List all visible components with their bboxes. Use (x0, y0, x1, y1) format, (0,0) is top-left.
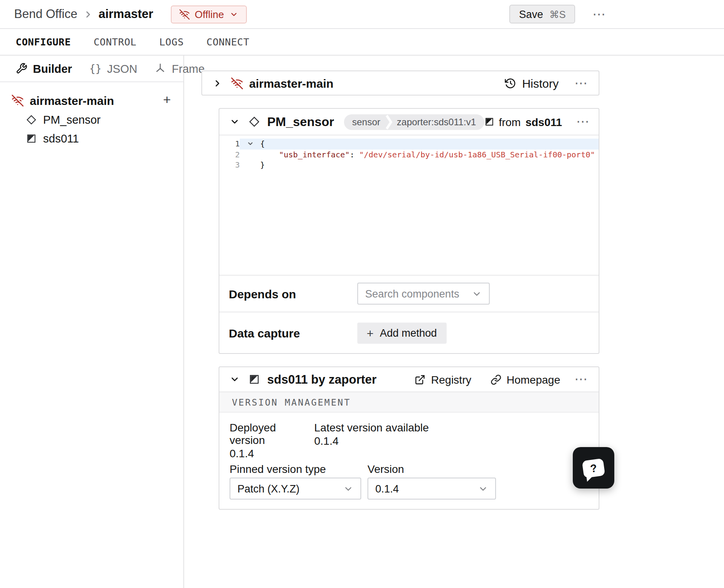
config-sidebar: Builder {} JSON Frame (0, 56, 184, 588)
depends-on-label: Depends on (229, 287, 357, 300)
code-text: "usb_interface": "/dev/serial/by-id/usb-… (260, 149, 595, 160)
version-label: Version (367, 463, 496, 475)
depends-on-select[interactable]: Search components (357, 283, 490, 305)
status-label: Offline (195, 8, 224, 20)
attributes-code-editor[interactable]: 1 { 2 "usb_interface": "/dev/serial/b (219, 135, 599, 275)
tree-item-pm-sensor[interactable]: PM_sensor (0, 110, 183, 129)
line-number: 3 (219, 160, 240, 170)
primary-tabbar: CONFIGURE CONTROL LOGS CONNECT (0, 29, 724, 56)
link-icon (490, 374, 501, 385)
type-badge: sensor (344, 116, 386, 127)
model-badge: zaporter:sds011:v1 (393, 116, 484, 127)
tab-connect[interactable]: CONNECT (206, 36, 250, 48)
app-window: Bend Office airmaster Offline Save ⌘S ⋯ … (0, 0, 724, 588)
chevron-right-icon (83, 9, 93, 19)
mode-json-label: JSON (107, 62, 137, 75)
component-type-badges: sensor zaporter:sds011:v1 (344, 114, 484, 130)
tree-item-sds011[interactable]: sds011 (0, 129, 183, 148)
registry-link[interactable]: Registry (414, 373, 471, 386)
plus-icon: + (367, 326, 374, 339)
homepage-link[interactable]: Homepage (490, 373, 560, 386)
mode-builder[interactable]: Builder (16, 62, 72, 75)
tab-configure[interactable]: CONFIGURE (16, 36, 71, 48)
module-icon (26, 133, 37, 144)
module-icon (484, 117, 494, 127)
registry-label: Registry (431, 373, 471, 386)
breadcrumb: Bend Office airmaster (14, 7, 153, 21)
save-button[interactable]: Save ⌘S (510, 5, 575, 23)
mode-builder-label: Builder (33, 62, 72, 75)
config-main-pane: airmaster-main History ⋯ (184, 56, 724, 588)
history-button[interactable]: History (505, 76, 559, 90)
breadcrumb-machine: airmaster (98, 7, 153, 21)
chevron-down-icon (343, 483, 353, 494)
module-menu-button[interactable]: ⋯ (574, 373, 588, 386)
expand-chevron-right-icon[interactable] (212, 78, 223, 88)
pinned-version-type-select[interactable]: Patch (X.Y.Z) (230, 478, 361, 500)
question-glyph: ? (589, 461, 597, 474)
wifi-off-icon (231, 77, 243, 89)
component-diamond-icon (26, 114, 37, 125)
mode-json[interactable]: {} JSON (89, 62, 138, 75)
module-card-header: sds011 by zaporter Registry Homepage ⋯ (219, 367, 599, 392)
component-menu-button[interactable]: ⋯ (576, 115, 590, 128)
component-card-header: PM_sensor sensor zaporter:sds011:v1 from (219, 109, 599, 135)
depends-on-row: Depends on Search components (219, 275, 599, 312)
version-management-label: VERSION MANAGEMENT (232, 397, 351, 408)
machine-part-card: airmaster-main History ⋯ (201, 70, 599, 96)
component-diamond-icon (248, 116, 260, 128)
module-card: sds011 by zaporter Registry Homepage ⋯ (219, 366, 599, 510)
collapse-chevron-down-icon[interactable] (230, 117, 240, 127)
braces-icon: {} (89, 63, 101, 74)
version-info-row: Deployed version 0.1.4 Latest version av… (230, 421, 588, 460)
version-value: 0.1.4 (375, 483, 399, 494)
code-text: { (260, 139, 265, 149)
code-line: 1 { (219, 139, 599, 149)
chevron-down-icon (472, 289, 482, 299)
history-label: History (522, 76, 559, 90)
pinned-version-type-value: Patch (X.Y.Z) (237, 483, 300, 494)
machine-part-tree: airmaster-main + PM_sensor sds011 (0, 82, 183, 148)
top-bar: Bend Office airmaster Offline Save ⌘S ⋯ (0, 0, 724, 29)
part-card-menu-button[interactable]: ⋯ (574, 76, 588, 90)
version-pinning-row: Pinned version type Patch (X.Y.Z) Versio… (230, 463, 588, 500)
wifi-off-icon (12, 94, 24, 106)
component-title: PM_sensor (267, 115, 334, 129)
component-card: PM_sensor sensor zaporter:sds011:v1 from (219, 108, 599, 354)
version-select[interactable]: 0.1.4 (367, 478, 496, 500)
config-mode-tabs: Builder {} JSON Frame (0, 56, 183, 82)
history-clock-icon (505, 77, 517, 89)
tree-item-main-part[interactable]: airmaster-main + (0, 90, 183, 110)
external-link-icon (414, 374, 425, 385)
add-method-label: Add method (380, 327, 437, 339)
from-prefix: from (499, 115, 521, 128)
add-method-button[interactable]: + Add method (357, 322, 446, 343)
part-card-title: airmaster-main (249, 76, 333, 90)
machine-status-badge[interactable]: Offline (170, 5, 247, 23)
question-bubble-icon: ? (582, 458, 605, 478)
help-button[interactable]: ? (573, 447, 614, 489)
save-shortcut: ⌘S (549, 8, 566, 20)
badge-chevron-divider-icon (386, 114, 393, 130)
tab-logs[interactable]: LOGS (159, 36, 184, 48)
pinned-version-type-label: Pinned version type (230, 463, 367, 475)
fold-chevron-icon[interactable] (240, 139, 260, 149)
tools-icon (16, 63, 27, 74)
tree-child-label: PM_sensor (43, 114, 101, 126)
data-capture-row: Data capture + Add method (219, 312, 599, 353)
tab-control[interactable]: CONTROL (94, 36, 137, 48)
data-capture-label: Data capture (229, 326, 357, 339)
frame-axes-icon (155, 63, 167, 74)
breadcrumb-location[interactable]: Bend Office (14, 7, 77, 21)
latest-version-value: 0.1.4 (314, 435, 429, 447)
line-number: 2 (219, 149, 240, 160)
from-module-link[interactable]: from sds011 (484, 115, 562, 128)
latest-version-label: Latest version available (314, 421, 429, 434)
add-component-button[interactable]: + (163, 92, 171, 108)
collapse-chevron-down-icon[interactable] (230, 374, 240, 384)
overflow-menu-button[interactable]: ⋯ (592, 7, 606, 21)
code-line: 2 "usb_interface": "/dev/serial/by-id/us… (219, 149, 599, 160)
code-text: } (260, 160, 265, 170)
module-icon (248, 373, 260, 385)
chevron-down-icon (478, 483, 488, 494)
